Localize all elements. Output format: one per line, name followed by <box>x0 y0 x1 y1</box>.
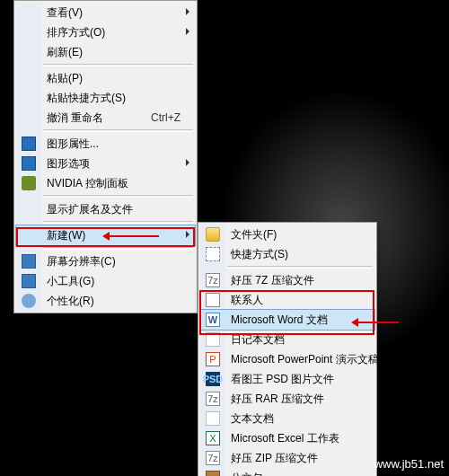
txt-icon <box>206 332 220 347</box>
menu-item[interactable]: 排序方式(O) <box>16 22 195 42</box>
menu-item[interactable]: 粘贴(P) <box>16 68 195 88</box>
menu-item[interactable]: 联系人 <box>200 290 374 310</box>
menu-item-label: 好压 RAR 压缩文件 <box>231 392 324 405</box>
blank-icon <box>22 91 36 105</box>
xl-icon: X <box>206 431 220 445</box>
menu-item[interactable]: 7z好压 RAR 压缩文件 <box>200 389 374 409</box>
menu-item[interactable]: 公文包 <box>200 468 374 476</box>
menu-item[interactable]: 刷新(E) <box>16 42 195 62</box>
folder-icon <box>206 227 220 242</box>
menu-item[interactable]: PSD看图王 PSD 图片文件 <box>200 369 374 389</box>
nv-icon <box>22 176 36 190</box>
doc-icon: W <box>206 313 220 327</box>
gpu-icon <box>22 137 36 151</box>
7z-icon: 7z <box>206 392 220 406</box>
blank-icon <box>22 5 36 20</box>
menu-item[interactable]: 个性化(R) <box>16 291 195 311</box>
menu-separator <box>43 195 193 198</box>
menu-item-label: 屏幕分辨率(C) <box>47 255 116 268</box>
submenu-arrow-icon <box>186 8 189 15</box>
psd-icon: PSD <box>206 372 220 386</box>
7z-icon: 7z <box>206 273 220 287</box>
ppt-icon: P <box>206 352 220 366</box>
menu-item-label: 联系人 <box>231 294 263 306</box>
menu-item[interactable]: 日记本文档 <box>200 330 374 349</box>
menu-separator <box>43 129 193 132</box>
gear-icon <box>22 294 36 308</box>
menu-item-label: 刷新(E) <box>47 46 83 58</box>
menu-item[interactable]: 快捷方式(S) <box>200 244 374 264</box>
blank-icon <box>22 110 36 125</box>
submenu-arrow-icon <box>186 159 189 166</box>
menu-item-label: 显示扩展名及文件 <box>47 203 133 216</box>
menu-item[interactable]: XMicrosoft Excel 工作表 <box>200 428 374 448</box>
menu-item-label: 文件夹(F) <box>231 228 277 241</box>
mon-icon <box>22 254 36 269</box>
blank-icon <box>22 71 36 85</box>
menu-item-label: 粘贴(P) <box>47 72 83 84</box>
menu-item[interactable]: PMicrosoft PowerPoint 演示文稿 <box>200 349 374 369</box>
menu-item[interactable]: 显示扩展名及文件 <box>16 199 195 219</box>
menu-item[interactable]: 7z好压 7Z 压缩文件 <box>200 270 374 290</box>
menu-item-label: Microsoft Word 文档 <box>231 313 328 326</box>
menu-item[interactable]: 小工具(G) <box>16 271 195 291</box>
menu-item[interactable]: 查看(V) <box>16 3 195 22</box>
mon-icon <box>22 274 36 288</box>
menu-item[interactable]: 粘贴快捷方式(S) <box>16 88 195 108</box>
menu-item[interactable]: 文本文档 <box>200 409 374 428</box>
menu-item-label: 文本文档 <box>231 412 274 425</box>
7z-icon: 7z <box>206 451 220 465</box>
menu-item-label: 新建(W) <box>47 229 85 242</box>
menu-item-label: 快捷方式(S) <box>231 248 288 260</box>
menu-item-label: 排序方式(O) <box>47 26 105 39</box>
menu-item[interactable]: 新建(W) <box>15 225 196 246</box>
menu-item[interactable]: 图形选项 <box>16 154 195 173</box>
menu-separator <box>43 247 193 250</box>
short-icon <box>206 247 220 261</box>
blank-icon <box>22 202 36 216</box>
menu-item[interactable]: 文件夹(F) <box>200 225 374 244</box>
menu-item-label: 个性化(R) <box>47 295 94 307</box>
brief-icon <box>206 471 220 476</box>
menu-separator <box>227 266 373 269</box>
menu-item-label: 粘贴快捷方式(S) <box>47 92 126 104</box>
menu-item-label: 好压 7Z 压缩文件 <box>231 274 314 286</box>
menu-item-label: 小工具(G) <box>47 275 94 287</box>
menu-item-label: NVIDIA 控制面板 <box>47 177 128 190</box>
contact-icon <box>206 293 220 307</box>
menu-item-label: 撤消 重命名 <box>47 111 103 124</box>
menu-item-label: 公文包 <box>231 472 263 476</box>
menu-item-label: 好压 ZIP 压缩文件 <box>231 452 318 464</box>
menu-item[interactable]: 撤消 重命名Ctrl+Z <box>16 108 195 128</box>
menu-item-label: Microsoft PowerPoint 演示文稿 <box>231 353 379 366</box>
menu-item-label: 查看(V) <box>47 6 83 19</box>
blank-icon <box>22 45 36 59</box>
txt-icon <box>206 411 220 426</box>
context-menu-new-submenu: 文件夹(F)快捷方式(S)7z好压 7Z 压缩文件联系人WMicrosoft W… <box>198 222 377 476</box>
menu-item[interactable]: 7z好压 ZIP 压缩文件 <box>200 448 374 468</box>
menu-separator <box>43 64 193 66</box>
menu2-body: 文件夹(F)快捷方式(S)7z好压 7Z 压缩文件联系人WMicrosoft W… <box>200 225 374 476</box>
menu-separator <box>43 221 193 224</box>
menu1-body: 查看(V)排序方式(O)刷新(E)粘贴(P)粘贴快捷方式(S)撤消 重命名Ctr… <box>16 3 195 311</box>
submenu-arrow-icon <box>186 28 189 35</box>
menu-item[interactable]: 图形属性... <box>16 134 195 154</box>
menu-item[interactable]: 屏幕分辨率(C) <box>16 251 195 271</box>
menu-item-label: 看图王 PSD 图片文件 <box>231 373 334 385</box>
blank-icon <box>22 25 36 40</box>
menu-item[interactable]: WMicrosoft Word 文档 <box>199 309 375 331</box>
menu-item-label: Microsoft Excel 工作表 <box>231 432 339 445</box>
menu-item-label: 图形选项 <box>47 157 90 170</box>
menu-item[interactable]: NVIDIA 控制面板 <box>16 173 195 193</box>
gpu-icon <box>22 156 36 171</box>
submenu-arrow-icon <box>186 231 189 238</box>
menu-item-label: 图形属性... <box>47 137 99 150</box>
menu-item-shortcut: Ctrl+Z <box>151 108 180 128</box>
blank-icon <box>22 228 36 242</box>
menu-item-label: 日记本文档 <box>231 333 285 346</box>
context-menu-primary: 查看(V)排序方式(O)刷新(E)粘贴(P)粘贴快捷方式(S)撤消 重命名Ctr… <box>13 0 198 313</box>
